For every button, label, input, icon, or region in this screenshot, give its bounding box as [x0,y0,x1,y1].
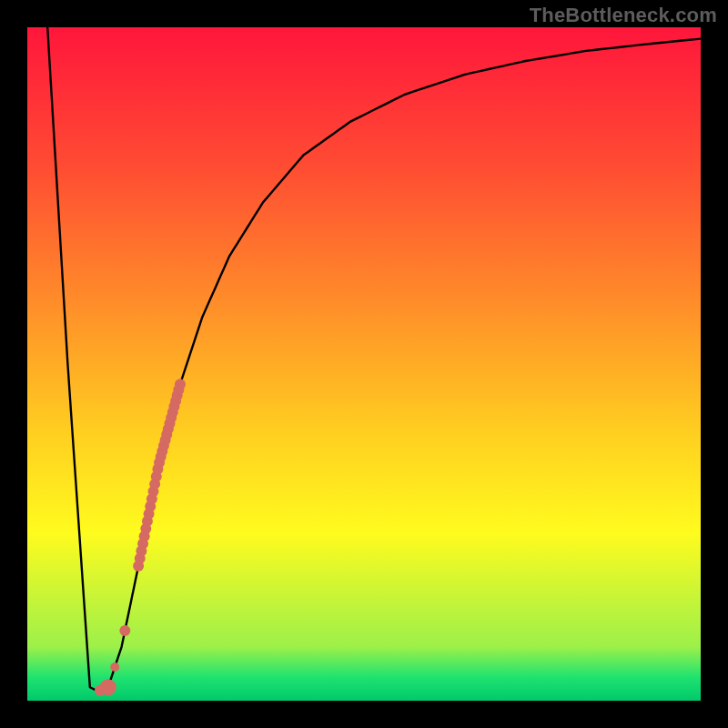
plot-background [27,27,701,701]
dot-2 [110,662,119,672]
chart-svg [0,0,728,728]
dot-1 [119,625,130,636]
chart-stage: TheBottleneck.com [0,0,728,728]
watermark-text: TheBottleneck.com [530,4,717,27]
dots-thick-segment [175,379,186,389]
dot-4 [95,685,106,696]
